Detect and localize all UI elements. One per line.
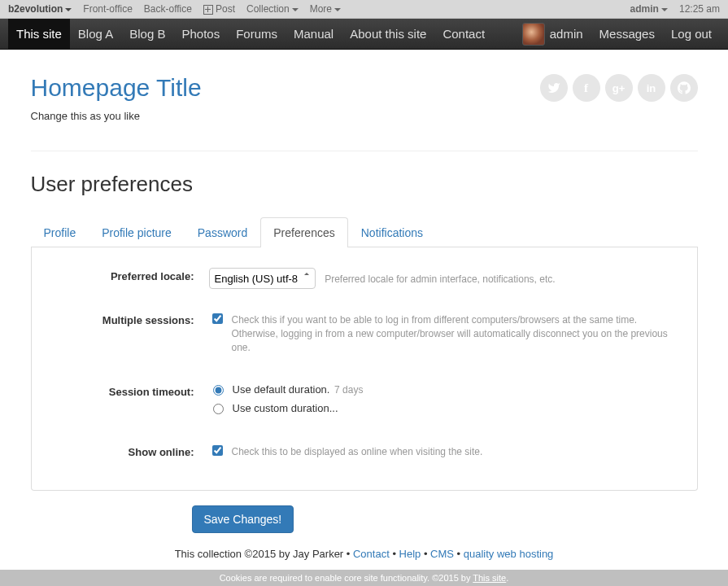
toolbar-more[interactable]: More xyxy=(310,0,341,18)
facebook-icon[interactable]: f xyxy=(573,74,600,102)
admin-toolbar: b2evolution Front-office Back-office Pos… xyxy=(0,0,728,19)
timeout-custom-radio[interactable] xyxy=(213,404,224,414)
online-checkbox[interactable] xyxy=(212,445,223,456)
nav-logout[interactable]: Log out xyxy=(663,19,720,49)
twitter-icon[interactable] xyxy=(540,74,568,102)
nav-this-site[interactable]: This site xyxy=(8,19,70,49)
toolbar-back-office[interactable]: Back-office xyxy=(144,0,192,18)
toolbar-front-office[interactable]: Front-office xyxy=(83,0,132,18)
locale-label: Preferred locale: xyxy=(48,268,209,282)
online-help: Check this to be displayed as online whe… xyxy=(232,445,483,459)
nav-forums[interactable]: Forums xyxy=(228,19,286,49)
cookie-notice: Cookies are required to enable core site… xyxy=(0,570,728,586)
footer-hosting-link[interactable]: quality web hosting xyxy=(464,548,554,560)
caret-down-icon xyxy=(65,8,72,11)
avatar xyxy=(522,23,545,46)
save-button[interactable]: Save Changes! xyxy=(192,505,294,533)
online-label: Show online: xyxy=(48,444,209,458)
sessions-help: Check this if you want to be able to log… xyxy=(232,313,681,354)
toolbar-post[interactable]: Post xyxy=(203,0,235,18)
footer-credit: This collection ©2015 by Jay Parker • xyxy=(175,548,353,560)
tab-profile-picture[interactable]: Profile picture xyxy=(89,217,185,247)
timeout-label: Session timeout: xyxy=(48,383,209,398)
social-links: f g+ in xyxy=(540,74,698,102)
tab-password[interactable]: Password xyxy=(185,217,260,247)
cookie-site-link[interactable]: This site xyxy=(473,573,506,583)
sessions-label: Multiple sessions: xyxy=(48,312,209,326)
main-navigation: This site Blog A Blog B Photos Forums Ma… xyxy=(0,19,728,50)
nav-manual[interactable]: Manual xyxy=(286,19,342,49)
timeout-default-radio[interactable] xyxy=(213,385,224,396)
nav-blog-a[interactable]: Blog A xyxy=(70,19,121,49)
plus-icon xyxy=(203,5,213,15)
nav-user[interactable]: admin xyxy=(519,19,591,49)
page-footer: This collection ©2015 by Jay Parker • Co… xyxy=(31,548,698,560)
caret-down-icon xyxy=(292,8,299,11)
nav-about[interactable]: About this site xyxy=(342,19,434,49)
nav-photos[interactable]: Photos xyxy=(173,19,228,49)
nav-blog-b[interactable]: Blog B xyxy=(121,19,173,49)
locale-select[interactable]: English (US) utf-8 xyxy=(209,268,316,289)
tab-preferences[interactable]: Preferences xyxy=(260,217,347,247)
footer-cms-link[interactable]: CMS xyxy=(430,548,454,560)
tab-notifications[interactable]: Notifications xyxy=(348,217,436,247)
toolbar-brand[interactable]: b2evolution xyxy=(8,0,72,18)
googleplus-icon[interactable]: g+ xyxy=(605,74,633,102)
caret-down-icon xyxy=(334,8,341,11)
tab-profile[interactable]: Profile xyxy=(31,217,89,247)
timeout-custom-label: Use custom duration... xyxy=(233,402,338,414)
settings-tabs: Profile Profile picture Password Prefere… xyxy=(31,217,698,247)
page-title: User preferences xyxy=(31,172,698,197)
nav-messages[interactable]: Messages xyxy=(591,19,663,49)
github-icon[interactable] xyxy=(670,74,698,102)
caret-down-icon xyxy=(661,8,668,11)
toolbar-time: 12:25 am xyxy=(679,0,720,18)
timeout-default-label: Use default duration. 7 days xyxy=(233,383,364,396)
nav-contact[interactable]: Contact xyxy=(434,19,493,49)
footer-help-link[interactable]: Help xyxy=(399,548,421,560)
preferences-panel: Preferred locale: English (US) utf-8 Pre… xyxy=(31,247,698,491)
sessions-checkbox[interactable] xyxy=(212,313,223,324)
toolbar-collection[interactable]: Collection xyxy=(246,0,299,18)
site-title[interactable]: Homepage Title xyxy=(31,74,202,102)
site-tagline: Change this as you like xyxy=(31,110,202,122)
footer-contact-link[interactable]: Contact xyxy=(353,548,390,560)
toolbar-user[interactable]: admin xyxy=(630,0,668,18)
linkedin-icon[interactable]: in xyxy=(638,74,665,102)
locale-help: Preferred locale for admin interface, no… xyxy=(325,273,555,285)
